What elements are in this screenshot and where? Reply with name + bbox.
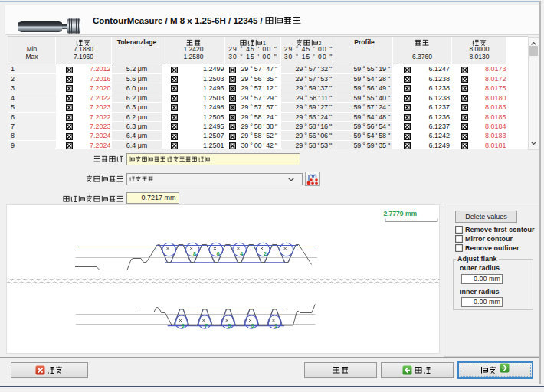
- svg-text:7: 7: [205, 322, 208, 329]
- svg-text:9: 9: [181, 322, 184, 329]
- svg-text:2: 2: [264, 250, 267, 257]
- svg-text:6: 6: [217, 250, 220, 257]
- svg-text:4: 4: [240, 250, 244, 257]
- svg-text:1: 1: [274, 322, 277, 329]
- svg-text:2.7779 mm: 2.7779 mm: [384, 210, 418, 217]
- svg-text:3: 3: [251, 322, 254, 329]
- svg-text:5: 5: [228, 322, 231, 329]
- svg-text:8: 8: [193, 250, 196, 257]
